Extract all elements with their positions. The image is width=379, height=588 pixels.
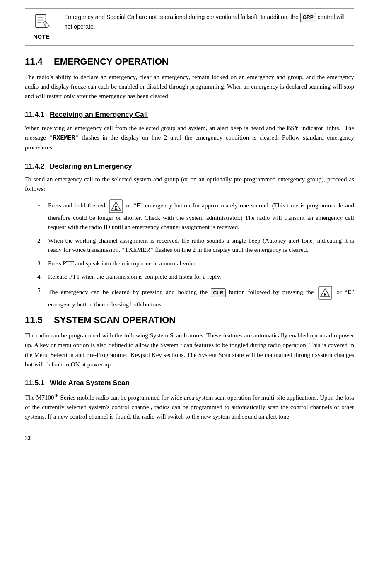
rxemer-label: *RXEMER* xyxy=(49,135,79,142)
list-item-4: 4. Release PTT when the transmission is … xyxy=(37,272,354,282)
note-box: NOTE Emergency and Special Call are not … xyxy=(25,8,354,46)
section-11-5-title: SYSTEM SCAN OPERATION xyxy=(54,315,176,325)
note-pencil-icon xyxy=(33,13,51,31)
note-content: Emergency and Special Call are not opera… xyxy=(58,9,354,45)
svg-text:E: E xyxy=(323,292,326,297)
list-num-1: 1. xyxy=(37,199,48,232)
section-11-4-1-title: Receiving an Emergency Call xyxy=(50,111,148,118)
section-11-5-number: 11.5 xyxy=(25,313,54,327)
grp-badge: GRP xyxy=(300,13,316,22)
svg-text:E: E xyxy=(114,205,117,210)
note-icon-cell: NOTE xyxy=(25,9,58,45)
section-11-4-1-number: 11.4.1 xyxy=(25,109,50,120)
section-11-4-1: 11.4.1Receiving an Emergency Call When r… xyxy=(25,109,354,152)
list-content-4: Release PTT when the transmission is com… xyxy=(48,272,354,282)
section-11-5-1-number: 11.5.1 xyxy=(25,378,50,388)
list-item-5: 5. The emergency can be cleared by press… xyxy=(37,286,354,309)
note-text1: Emergency and Special Call are not opera… xyxy=(64,14,299,20)
section-11-4: 11.4EMERGENCY OPERATION The radio's abil… xyxy=(25,55,354,309)
section-11-5-1-title: Wide Area System Scan xyxy=(50,379,130,387)
section-11-4-2-heading: 11.4.2Declaring an Emergency xyxy=(25,161,354,172)
list-content-3: Press PTT and speak into the microphone … xyxy=(48,259,354,268)
list-content-2: When the working channel assignment is r… xyxy=(48,236,354,255)
list-num-4: 4. xyxy=(37,272,48,282)
svg-marker-5 xyxy=(51,22,51,25)
section-11-5-heading: 11.5SYSTEM SCAN OPERATION xyxy=(25,313,354,327)
note-label: NOTE xyxy=(33,33,50,41)
page-number: 32 xyxy=(25,434,354,443)
declare-emergency-list: 1. Press and hold the red E or “E” emerg… xyxy=(37,199,354,309)
list-content-5: The emergency can be cleared by pressing… xyxy=(48,286,354,309)
section-11-4-number: 11.4 xyxy=(25,55,54,68)
list-num-2: 2. xyxy=(37,236,48,255)
section-11-5-1-heading: 11.5.1Wide Area System Scan xyxy=(25,378,354,388)
list-item-3: 3. Press PTT and speak into the micropho… xyxy=(37,259,354,268)
list-content-1: Press and hold the red E or “E” emergenc… xyxy=(48,199,354,232)
clr-badge: CLR xyxy=(211,288,226,297)
section-11-4-2: 11.4.2Declaring an Emergency To send an … xyxy=(25,161,354,309)
list-item-2: 2. When the working channel assignment i… xyxy=(37,236,354,255)
list-item-1: 1. Press and hold the red E or “E” emerg… xyxy=(37,199,354,232)
emergency-button-icon-2: E xyxy=(318,286,332,300)
section-11-4-2-number: 11.4.2 xyxy=(25,161,50,172)
section-11-4-2-para: To send an emergency call to the selecte… xyxy=(25,175,354,194)
section-11-4-heading: 11.4EMERGENCY OPERATION xyxy=(25,55,354,68)
emergency-button-icon-1: E xyxy=(109,199,123,213)
list-num-3: 3. xyxy=(37,259,48,268)
section-11-4-2-title: Declaring an Emergency xyxy=(50,162,132,170)
section-11-4-title: EMERGENCY OPERATION xyxy=(54,56,169,67)
section-11-4-1-heading: 11.4.1Receiving an Emergency Call xyxy=(25,109,354,120)
section-11-4-1-para: When receiving an emergency call from th… xyxy=(25,123,354,153)
bsy-indicator-label: BSY xyxy=(287,125,299,131)
section-11-5-intro: The radio can be programmed with the fol… xyxy=(25,331,354,369)
section-11-5-1: 11.5.1Wide Area System Scan The M7100IP … xyxy=(25,378,354,422)
svg-rect-0 xyxy=(36,14,46,27)
section-11-5-1-para: The M7100IP Series mobile radio can be p… xyxy=(25,392,354,422)
list-num-5: 5. xyxy=(37,286,48,309)
section-11-4-intro: The radio's ability to declare an emerge… xyxy=(25,72,354,101)
section-11-5: 11.5SYSTEM SCAN OPERATION The radio can … xyxy=(25,313,354,422)
